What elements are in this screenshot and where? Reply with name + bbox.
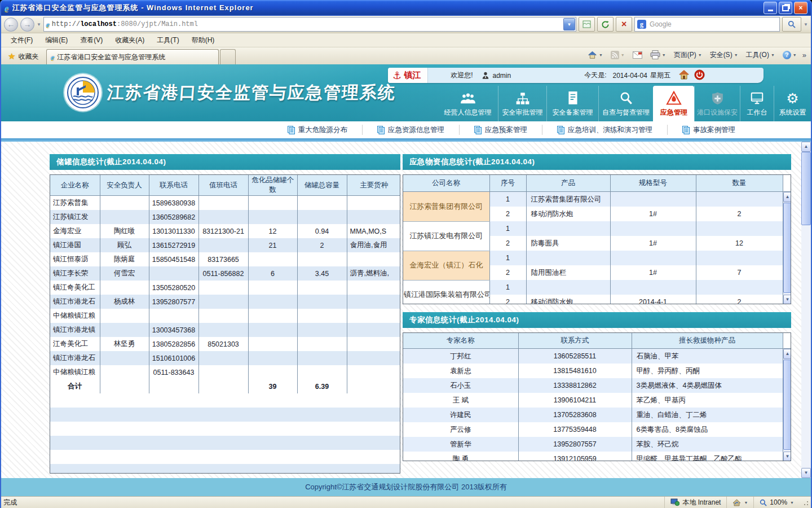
zoom-control[interactable]: 100% ▼ — [753, 497, 800, 508]
menu-item-view[interactable]: 查看(V) — [74, 33, 109, 47]
experts-scrollbar[interactable]: ▲ ▼ — [783, 349, 792, 461]
nav-item-safety-filing[interactable]: 安全备案管理 — [546, 86, 598, 121]
system-logo — [64, 74, 102, 111]
home-button[interactable]: ▼ — [584, 48, 606, 62]
nav-item-workbench[interactable]: 工作台 — [740, 86, 774, 121]
cell — [297, 252, 347, 266]
search-input[interactable] — [648, 20, 777, 29]
table-row: 石小玉 13338812862 3类易燃液体、4类易燃固体 — [403, 378, 791, 393]
cell: 陶红暾 — [100, 224, 149, 238]
compatibility-view-button[interactable] — [579, 17, 595, 32]
cell: 镇江奇美化工 — [50, 281, 100, 295]
scroll-down-button[interactable]: ▼ — [801, 468, 811, 478]
subnav-item-resource-info[interactable]: 应急资源信息管理 — [362, 125, 459, 135]
scroll-track[interactable] — [783, 359, 792, 452]
resize-grip[interactable] — [802, 499, 809, 506]
mail-button[interactable] — [629, 48, 646, 62]
menu-item-favorites[interactable]: 收藏夹(A) — [109, 33, 151, 47]
welcome-text: 欢迎您! — [451, 71, 473, 80]
nav-item-operator-info[interactable]: 经营人信息管理 — [438, 86, 498, 121]
cell: 13013011330 — [149, 224, 198, 238]
scroll-down-button[interactable]: ▼ — [783, 295, 792, 304]
minimize-button[interactable] — [764, 2, 777, 14]
cell — [248, 309, 297, 323]
cell: 何雪宏 — [100, 266, 149, 281]
scroll-up-button[interactable]: ▲ — [783, 349, 792, 359]
logout-button[interactable] — [694, 69, 705, 82]
home-icon — [678, 69, 690, 80]
menu-item-help[interactable]: 帮助(H) — [186, 33, 221, 47]
history-dropdown-icon[interactable]: ▼ — [37, 22, 41, 27]
cell — [610, 192, 696, 207]
close-button[interactable]: × — [794, 2, 807, 14]
restore-button[interactable] — [779, 2, 792, 14]
protected-mode-button[interactable]: ▼ — [726, 497, 753, 508]
back-button[interactable]: ← — [4, 17, 18, 32]
scroll-thumb[interactable] — [783, 360, 792, 450]
scroll-down-button[interactable]: ▼ — [783, 452, 792, 461]
help-button[interactable]: ?▼ — [779, 48, 800, 62]
page-scrollbar[interactable]: ▲ ▼ — [801, 142, 811, 478]
subnav-item-accident-cases[interactable]: 事故案例管理 — [667, 125, 750, 135]
forward-button[interactable]: → — [20, 17, 34, 32]
company-cell: 江苏镇江发电有限公司 — [403, 221, 489, 251]
subnav-item-training-drills[interactable]: 应急培训、演练和演习管理 — [542, 125, 667, 135]
menu-item-file[interactable]: 文件(F) — [5, 33, 39, 47]
search-button[interactable] — [782, 17, 801, 32]
home-shortcut-button[interactable] — [678, 69, 690, 81]
page-menu-button[interactable]: 页面(P)▼ — [670, 48, 705, 62]
browser-window: e 江苏省港口安全监管与应急管理系统 - Windows Internet Ex… — [0, 0, 812, 508]
scroll-up-button[interactable]: ▲ — [801, 142, 811, 152]
nav-item-inspection[interactable]: 自查与督查管理 — [598, 86, 653, 121]
safety-menu-button[interactable]: 安全(S)▼ — [707, 48, 742, 62]
scroll-up-button[interactable]: ▲ — [783, 192, 792, 202]
address-dropdown-button[interactable]: ▼ — [563, 18, 575, 30]
menu-item-tools[interactable]: 工具(T) — [151, 33, 185, 47]
scroll-thumb[interactable] — [801, 152, 811, 225]
tools-menu-button[interactable]: 工具(O)▼ — [743, 48, 778, 62]
cell — [198, 281, 248, 295]
cell: 苯胺、环己烷 — [632, 437, 783, 452]
table-header-cell: 危化品储罐个数 — [248, 175, 297, 196]
nav-item-system-settings[interactable]: ⚙ 系统设置 — [774, 86, 811, 121]
cell — [297, 210, 347, 224]
zoom-magnifier-icon — [760, 499, 767, 506]
cell — [100, 365, 149, 379]
search-options-dropdown-icon[interactable]: ▼ — [804, 22, 808, 27]
print-button[interactable]: ▼ — [647, 48, 669, 62]
main-content: 储罐信息统计(截止2014.04.04) 企业名称 安全负责人 联系电话 值班电… — [1, 142, 811, 478]
overflow-chevron[interactable]: » — [801, 51, 809, 59]
gear-icon: ⚙ — [786, 90, 798, 106]
refresh-button[interactable] — [597, 17, 614, 32]
subnav-item-hazard-distribution[interactable]: 重大危险源分布 — [273, 125, 363, 135]
page-favicon-icon: e — [46, 21, 50, 28]
cell: 王 斌 — [403, 393, 518, 408]
cell — [198, 351, 248, 365]
scroll-thumb[interactable] — [783, 203, 792, 293]
menu-item-edit[interactable]: 编辑(E) — [39, 33, 74, 47]
scroll-track[interactable] — [783, 202, 792, 295]
nav-item-emergency-management[interactable]: 应急管理 — [653, 86, 694, 121]
subnav-item-plan-management[interactable]: 应急预案管理 — [459, 125, 542, 135]
supplies-scrollbar[interactable]: ▲ ▼ — [783, 192, 792, 304]
scroll-track[interactable] — [801, 152, 811, 468]
rss-icon — [611, 51, 619, 59]
cell: 13952807577 — [149, 295, 198, 309]
search-box[interactable]: g — [634, 17, 780, 32]
cell: 15850451548 — [149, 252, 198, 266]
rss-button[interactable]: ▼ — [607, 48, 628, 62]
cell — [297, 323, 347, 337]
cell: 江苏镇江发 — [50, 210, 100, 224]
address-bar[interactable]: e http://localhost:8080/yjpt/Main.html ▼ — [43, 17, 576, 32]
cell — [198, 365, 248, 379]
favorites-button[interactable]: ★ 收藏夹 — [3, 50, 43, 63]
tab-bar: ★ 收藏夹 e 江苏省港口安全监管与应急管理系统 ▼ ▼ ▼ 页面(P — [1, 47, 811, 64]
cell — [100, 281, 149, 295]
cell — [347, 323, 400, 337]
nav-item-safety-approval[interactable]: 安全审批管理 — [498, 86, 546, 121]
cell: 13705283608 — [518, 408, 632, 422]
new-tab-stub[interactable] — [220, 49, 236, 64]
stop-button[interactable]: × — [616, 17, 632, 32]
browser-tab[interactable]: e 江苏省港口安全监管与应急管理系统 — [46, 49, 219, 64]
nav-item-port-security[interactable]: 港口设施保安 — [694, 86, 740, 121]
